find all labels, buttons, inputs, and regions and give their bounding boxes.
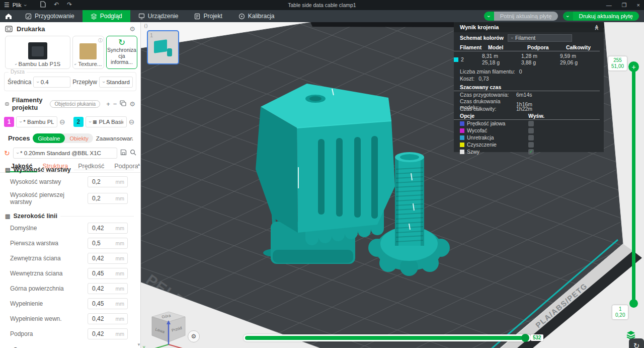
option-checkbox[interactable]: ✓ bbox=[528, 135, 534, 141]
first-layer-height-input[interactable]: 0,2mm bbox=[88, 193, 128, 204]
time-row: Czas całkowity:1h22m bbox=[454, 105, 604, 112]
infill-line-width-input[interactable]: 0,45mm bbox=[88, 298, 128, 309]
move-slider-handle[interactable] bbox=[521, 334, 529, 342]
center-view-button[interactable]: ⚙ bbox=[188, 330, 200, 342]
setting-row: Pierwsza warstwa0,5mm bbox=[0, 236, 141, 251]
model-body-front bbox=[297, 121, 395, 233]
file-menu-chevron-icon[interactable]: › bbox=[23, 4, 28, 6]
slicing-result-panel: Wynik krojenia ≫ Schemat kolorów ›Filame… bbox=[454, 22, 604, 152]
minimize-button[interactable]: — bbox=[606, 2, 612, 8]
process-scope-switch[interactable]: Globalne Obiekty bbox=[33, 133, 93, 143]
plate-type-card[interactable]: ⓘ › Texture... bbox=[72, 36, 104, 69]
save-preset-icon[interactable] bbox=[120, 149, 127, 157]
process-preset-select[interactable]: ›* 0.20mm Standard @BBL X1C bbox=[13, 148, 117, 159]
scroll-up-icon[interactable]: ▲ bbox=[137, 162, 141, 167]
nozzle-diameter-select[interactable]: ›0.4 bbox=[33, 77, 70, 88]
outer-wall-line-width-input[interactable]: 0,42mm bbox=[88, 253, 128, 264]
scope-objects-pill[interactable]: Obiekty bbox=[65, 135, 93, 142]
setting-row: Wypełnienie wewn.0,42mm bbox=[0, 311, 141, 326]
flow-select[interactable]: ›Standard bbox=[99, 77, 133, 88]
tab-podglad[interactable]: Podgląd bbox=[83, 10, 130, 22]
panel-collapse-icon[interactable]: ≫ bbox=[593, 25, 599, 30]
settings-scroll-area: ▤Wysokość warstwy Wysokość warstwy 0,2mm… bbox=[0, 161, 141, 348]
option-checkbox[interactable]: ✓ bbox=[528, 142, 534, 148]
options-header: OpcjeWyśw. bbox=[454, 112, 600, 120]
move-slider[interactable] bbox=[244, 334, 531, 341]
plate-thumbnail[interactable]: 1 bbox=[147, 30, 179, 64]
nozzle-group: Dysza Średnica ›0.4 Przepływ ›Standard bbox=[4, 72, 136, 91]
default-line-width-input[interactable]: 0,42mm bbox=[88, 223, 128, 234]
scroll-down-icon[interactable]: ▼ bbox=[137, 342, 141, 347]
print-dropdown-chevron-icon[interactable]: › bbox=[563, 12, 573, 21]
plate-thumbnail-number: 1 bbox=[150, 32, 153, 38]
file-menu[interactable]: Plik bbox=[13, 2, 22, 8]
layer-slider-top-handle-add-icon[interactable]: + bbox=[628, 61, 639, 72]
option-checkbox[interactable]: ✓ bbox=[528, 149, 534, 155]
diameter-label: Średnica bbox=[8, 79, 31, 86]
reset-preset-icon[interactable]: ↻ bbox=[4, 149, 10, 157]
tab-przygotowanie[interactable]: Przygotowanie bbox=[17, 10, 83, 22]
redo-icon[interactable]: ↷ bbox=[67, 1, 72, 9]
setting-row: Wypełnienie0,45mm bbox=[0, 296, 141, 311]
plate-info-icon[interactable]: ⓘ bbox=[98, 37, 103, 44]
remove-filament-button[interactable]: − bbox=[113, 101, 117, 107]
replay-button[interactable]: ↻ bbox=[629, 338, 644, 348]
tab-urzadzenie[interactable]: Urządzenie bbox=[130, 10, 187, 22]
flush-volumes-button[interactable]: Objętości płukania bbox=[50, 100, 100, 108]
top-layer-tooltip: 25551,00 bbox=[608, 56, 627, 71]
nozzle-group-legend: Dysza bbox=[9, 69, 27, 75]
printer-card[interactable]: › Bambu Lab P1S bbox=[5, 36, 70, 69]
setting-row: Górna powierzchnia0,42mm bbox=[0, 281, 141, 296]
color-scheme-select[interactable]: ›Filament bbox=[508, 34, 572, 42]
window-title: Table side data cable clamp1 bbox=[0, 2, 644, 8]
slice-dropdown-chevron-icon[interactable]: › bbox=[484, 12, 494, 21]
support-line-width-input[interactable]: 0,42mm bbox=[88, 328, 128, 339]
tab-kalibracja[interactable]: Kalibracja bbox=[230, 10, 283, 22]
filament-changes-row: Liczba zmian filamentu:0 bbox=[454, 68, 604, 75]
thumbnail-model-cylinder bbox=[167, 48, 172, 56]
filament-2-edit-icon[interactable]: ⊖ bbox=[129, 118, 135, 125]
filament-table-row: 2 8,31 m25,18 g 1,28 m3,88 g 9,59 m29,06… bbox=[454, 51, 604, 68]
setting-row: Wysokość warstwy 0,2mm bbox=[0, 174, 141, 189]
filament-2-select[interactable]: ›▦PLA Basic @... bbox=[86, 116, 127, 127]
print-plate-button[interactable]: › Drukuj aktualną płytę bbox=[563, 12, 639, 21]
scope-global-pill[interactable]: Globalne bbox=[33, 133, 65, 143]
thumbnail-collapse-icon[interactable]: ⟨⟩ bbox=[144, 23, 148, 29]
time-row: Czas drukowania modelu:1h16m bbox=[454, 98, 604, 105]
top-surface-line-width-input[interactable]: 0,42mm bbox=[88, 283, 128, 294]
filament-settings-gear-icon[interactable]: ⚙ bbox=[129, 100, 135, 108]
layer-range-slider[interactable] bbox=[632, 65, 635, 303]
first-layer-line-width-input[interactable]: 0,5mm bbox=[88, 238, 128, 249]
flow-label: Przepływ bbox=[72, 79, 97, 86]
sync-printer-info-button[interactable]: ↻ Synchroniza cja informa... bbox=[106, 36, 137, 69]
color-scheme-label: Schemat kolorów bbox=[460, 35, 504, 41]
printer-section-header: Drukarka ⚙ bbox=[0, 22, 140, 34]
layer-slider-bottom-handle[interactable] bbox=[629, 299, 638, 308]
new-file-icon[interactable] bbox=[40, 1, 46, 9]
ams-sync-icon[interactable] bbox=[120, 100, 126, 108]
internal-infill-line-width-input[interactable]: 0,42mm bbox=[88, 313, 128, 324]
printer-settings-gear-icon[interactable]: ⚙ bbox=[129, 25, 135, 33]
setting-row: Wewnętrzna ściana0,45mm bbox=[0, 266, 141, 281]
option-row: Czyszczenie✓ bbox=[454, 141, 604, 148]
inner-wall-line-width-input[interactable]: 0,45mm bbox=[88, 268, 128, 279]
hamburger-menu-icon[interactable]: ☰ bbox=[4, 2, 10, 9]
search-settings-icon[interactable] bbox=[130, 149, 136, 157]
option-checkbox[interactable]: ✓ bbox=[528, 128, 534, 133]
undo-icon[interactable]: ↶ bbox=[54, 1, 59, 9]
layer-height-input[interactable]: 0,2mm bbox=[88, 176, 128, 187]
tab-projekt[interactable]: Projekt bbox=[186, 10, 230, 22]
home-tab[interactable] bbox=[0, 10, 17, 22]
close-button[interactable]: × bbox=[637, 2, 640, 8]
filament-1-edit-icon[interactable]: ⊖ bbox=[59, 118, 65, 125]
left-sidebar: Drukarka ⚙ › Bambu Lab P1S ⓘ › Texture..… bbox=[0, 22, 141, 348]
option-checkbox[interactable]: ✓ bbox=[528, 121, 534, 126]
restore-button[interactable]: ❐ bbox=[622, 2, 627, 9]
option-row: Unretrakcja✓ bbox=[454, 134, 604, 141]
filament-1-select[interactable]: ›* Bambu PLA B... bbox=[16, 116, 57, 127]
slice-plate-button[interactable]: › Potnij aktualną płytę bbox=[484, 12, 558, 21]
sync-icon: ↻ bbox=[118, 38, 125, 47]
group-title: Wysokość warstwy bbox=[13, 166, 70, 173]
add-filament-button[interactable]: + bbox=[106, 101, 110, 107]
printer-section-title: Drukarka bbox=[17, 25, 45, 33]
